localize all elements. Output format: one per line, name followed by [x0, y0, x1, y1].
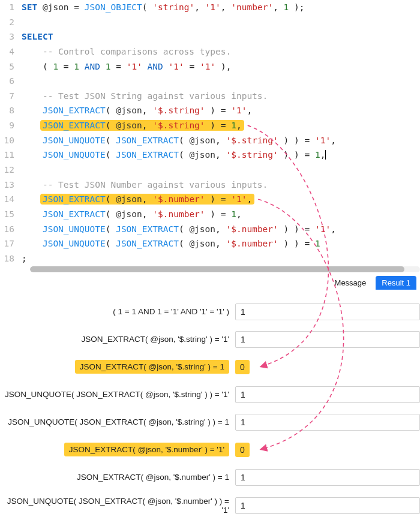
- code-content[interactable]: [22, 15, 420, 30]
- line-number: 16: [0, 222, 22, 237]
- line-number: 18: [0, 251, 22, 266]
- code-line[interactable]: 14 JSON_EXTRACT( @json, '$.number' ) = '…: [0, 192, 420, 207]
- code-content[interactable]: JSON_UNQUOTE( JSON_EXTRACT( @json, '$.st…: [22, 133, 420, 148]
- code-content[interactable]: -- Test JSON Number against various inpu…: [22, 178, 420, 193]
- code-line[interactable]: 8 JSON_EXTRACT( @json, '$.string' ) = '1…: [0, 103, 420, 118]
- result-label: JSON_UNQUOTE( JSON_EXTRACT( @json, '$.st…: [0, 417, 235, 426]
- code-content[interactable]: JSON_UNQUOTE( JSON_EXTRACT( @json, '$.st…: [22, 148, 420, 163]
- result-row: JSON_UNQUOTE( JSON_EXTRACT( @json, '$.nu…: [0, 497, 420, 515]
- line-number: 9: [0, 118, 22, 133]
- result-value[interactable]: 1: [235, 386, 420, 403]
- code-content[interactable]: [22, 163, 420, 178]
- code-content[interactable]: SET @json = JSON_OBJECT( 'string', '1', …: [22, 0, 420, 15]
- result-value[interactable]: 1: [235, 414, 420, 431]
- code-content[interactable]: JSON_EXTRACT( @json, '$.number' ) = 1,: [22, 207, 420, 222]
- line-number: 1: [0, 0, 22, 15]
- result-label: JSON_EXTRACT( @json, '$.number' ) = '1': [0, 443, 235, 456]
- line-number: 2: [0, 15, 22, 30]
- line-number: 12: [0, 163, 22, 178]
- code-content[interactable]: SELECT: [22, 29, 420, 44]
- result-value[interactable]: 1: [235, 469, 420, 486]
- code-line[interactable]: 15 JSON_EXTRACT( @json, '$.number' ) = 1…: [0, 207, 420, 222]
- result-tabs: Message Result 1: [0, 272, 420, 293]
- code-content[interactable]: -- Test JSON String against various inpu…: [22, 89, 420, 104]
- code-content[interactable]: JSON_UNQUOTE( JSON_EXTRACT( @json, '$.nu…: [22, 222, 420, 237]
- code-line[interactable]: 11 JSON_UNQUOTE( JSON_EXTRACT( @json, '$…: [0, 148, 420, 163]
- code-line[interactable]: 5 ( 1 = 1 AND 1 = '1' AND '1' = '1' ),: [0, 59, 420, 74]
- line-number: 17: [0, 236, 22, 251]
- line-number: 7: [0, 89, 22, 104]
- line-number: 10: [0, 133, 22, 148]
- code-content[interactable]: JSON_EXTRACT( @json, '$.number' ) = '1',: [22, 192, 420, 207]
- result-label: JSON_UNQUOTE( JSON_EXTRACT( @json, '$.st…: [0, 390, 235, 399]
- line-number: 11: [0, 148, 22, 163]
- text-cursor: [325, 150, 326, 160]
- tab-result-1[interactable]: Result 1: [376, 276, 416, 290]
- line-number: 4: [0, 44, 22, 59]
- result-label: JSON_EXTRACT( @json, '$.number' ) = 1: [0, 473, 235, 482]
- code-content[interactable]: [22, 74, 420, 89]
- result-value[interactable]: 1: [235, 331, 420, 348]
- code-content[interactable]: -- Control comparisons across types.: [22, 44, 420, 59]
- result-row: JSON_EXTRACT( @json, '$.string' ) = 10: [0, 359, 420, 375]
- highlighted-code: JSON_EXTRACT( @json, '$.number' ) = '1',: [40, 194, 254, 205]
- result-label: JSON_EXTRACT( @json, '$.string' ) = '1': [0, 335, 235, 344]
- code-line[interactable]: 10 JSON_UNQUOTE( JSON_EXTRACT( @json, '$…: [0, 133, 420, 148]
- highlighted-value: 0: [235, 360, 250, 374]
- code-content[interactable]: JSON_EXTRACT( @json, '$.string' ) = 1,: [22, 118, 420, 133]
- results-panel: ( 1 = 1 AND 1 = '1' AND '1' = '1' )1JSON…: [0, 303, 420, 517]
- code-line[interactable]: 18;: [0, 251, 420, 266]
- code-line[interactable]: 13 -- Test JSON Number against various i…: [0, 178, 420, 193]
- highlighted-label: JSON_EXTRACT( @json, '$.number' ) = '1': [64, 443, 229, 456]
- code-content[interactable]: JSON_EXTRACT( @json, '$.string' ) = '1',: [22, 103, 420, 118]
- code-content[interactable]: ( 1 = 1 AND 1 = '1' AND '1' = '1' ),: [22, 59, 420, 74]
- result-label: JSON_EXTRACT( @json, '$.string' ) = 1: [0, 360, 235, 374]
- code-line[interactable]: 12: [0, 163, 420, 178]
- code-line[interactable]: 3SELECT: [0, 29, 420, 44]
- code-line[interactable]: 7 -- Test JSON String against various in…: [0, 89, 420, 104]
- highlighted-value: 0: [235, 443, 250, 457]
- line-number: 14: [0, 192, 22, 207]
- line-number: 6: [0, 74, 22, 89]
- line-number: 3: [0, 29, 22, 44]
- result-value[interactable]: 0: [235, 441, 420, 458]
- code-content[interactable]: JSON_UNQUOTE( JSON_EXTRACT( @json, '$.nu…: [22, 236, 420, 251]
- code-content[interactable]: ;: [22, 251, 420, 266]
- result-label: JSON_UNQUOTE( JSON_EXTRACT( @json, '$.nu…: [0, 497, 235, 515]
- line-number: 5: [0, 59, 22, 74]
- line-number: 15: [0, 207, 22, 222]
- highlighted-label: JSON_EXTRACT( @json, '$.string' ) = 1: [75, 360, 229, 374]
- code-line[interactable]: 4 -- Control comparisons across types.: [0, 44, 420, 59]
- result-row: ( 1 = 1 AND 1 = '1' AND '1' = '1' )1: [0, 303, 420, 320]
- line-number: 13: [0, 178, 22, 193]
- result-row: JSON_UNQUOTE( JSON_EXTRACT( @json, '$.st…: [0, 386, 420, 403]
- line-number: 8: [0, 103, 22, 118]
- code-editor[interactable]: 1SET @json = JSON_OBJECT( 'string', '1',…: [0, 0, 420, 266]
- scrollbar-thumb[interactable]: [30, 266, 404, 272]
- result-value[interactable]: 1: [235, 303, 420, 320]
- result-value[interactable]: 0: [235, 359, 420, 375]
- code-line[interactable]: 9 JSON_EXTRACT( @json, '$.string' ) = 1,: [0, 118, 420, 133]
- code-line[interactable]: 2: [0, 15, 420, 30]
- highlighted-code: JSON_EXTRACT( @json, '$.string' ) = 1,: [40, 120, 244, 131]
- code-line[interactable]: 6: [0, 74, 420, 89]
- tab-message[interactable]: Message: [329, 276, 373, 290]
- code-line[interactable]: 17 JSON_UNQUOTE( JSON_EXTRACT( @json, '$…: [0, 236, 420, 251]
- horizontal-scrollbar[interactable]: [30, 266, 420, 272]
- result-row: JSON_EXTRACT( @json, '$.number' ) = '1'0: [0, 441, 420, 458]
- code-line[interactable]: 1SET @json = JSON_OBJECT( 'string', '1',…: [0, 0, 420, 15]
- result-row: JSON_EXTRACT( @json, '$.number' ) = 11: [0, 469, 420, 486]
- code-line[interactable]: 16 JSON_UNQUOTE( JSON_EXTRACT( @json, '$…: [0, 222, 420, 237]
- result-row: JSON_EXTRACT( @json, '$.string' ) = '1'1: [0, 331, 420, 348]
- result-row: JSON_UNQUOTE( JSON_EXTRACT( @json, '$.st…: [0, 414, 420, 431]
- result-label: ( 1 = 1 AND 1 = '1' AND '1' = '1' ): [0, 307, 235, 316]
- result-value[interactable]: 1: [235, 497, 420, 514]
